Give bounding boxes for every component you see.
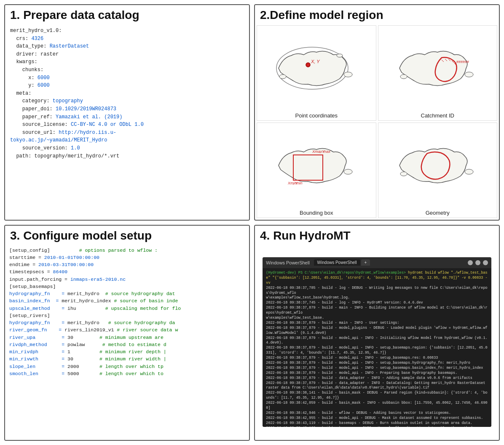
config-line: rivdph_method = powlaw # method to estim… [9, 341, 245, 348]
terminal-line: 2022-06-18 09:38:42,946 - build - wflow … [266, 411, 488, 416]
config-line: upscale_method = ihu # upscaling method … [9, 305, 245, 312]
svg-text:######: ###### [456, 60, 469, 64]
config-line: starttime = 2010-01-01T00:00:00 [9, 254, 245, 261]
close-btn[interactable] [483, 260, 488, 265]
bounding-box-svg: X min , Y min X max , Y max [270, 132, 363, 199]
terminal-line: 2022-06-18 09:38:37,879 - build - model_… [266, 361, 488, 366]
terminal-titlebar: Windows PowerShell Windows PowerShell + [263, 257, 491, 268]
bounding-box-caption: Bounding box [257, 208, 376, 218]
terminal-line: 2022-06-18 09:38:38,141 - build - basin_… [266, 391, 488, 401]
code-line: chunks: [10, 66, 244, 74]
code-line: merit_hydro_v1.0: [10, 27, 244, 35]
catchment-id-svg-container: ###### [378, 26, 497, 111]
terminal-line: 2022-06-18 09:38:37,879 - build - data_a… [266, 381, 488, 391]
panel2-title: 2.Define model region [255, 5, 499, 24]
terminal-body: (Hydromet-dev) PS C:\Users\eilan_dk\repo… [263, 268, 491, 427]
config-line: input.path_forcing = inmaps-era5-2010.nc [9, 276, 245, 283]
panel1-content: merit_hydro_v1.0: crs: 4326 data_type: R… [5, 24, 249, 220]
panel2-content: X, Y Point coordinates [255, 24, 499, 220]
terminal-tab-plus[interactable]: + [361, 259, 370, 266]
config-line: smooth_len = 5000 # length over which to [9, 370, 245, 377]
panel-define-region: 2.Define model region [254, 4, 500, 221]
code-line: y: 6000 [10, 82, 244, 90]
code-line: paper_ref: Yamazaki et al. (2019) [10, 113, 244, 121]
catchment-id-svg: ###### [391, 35, 484, 102]
bounding-box-cell: X min , Y min X max , Y max Bounding b [257, 123, 376, 218]
code-line: driver: raster [10, 51, 244, 59]
panel-configure-setup: 3. Configure model setup [setup_config] … [4, 225, 250, 441]
geometry-svg-container [378, 123, 497, 208]
svg-point-24 [465, 169, 473, 174]
code-line: x: 6000 [10, 74, 244, 82]
terminal-tab-active[interactable]: Windows PowerShell [314, 259, 360, 266]
terminal-line: w\examples\wflow_test_base\hydromt.log. [266, 296, 488, 301]
panel4-title: 4. Run HydroMT [255, 226, 499, 244]
terminal-line: 2022-06-18 09:38:37,879 - build - model_… [266, 326, 488, 336]
terminal-line: 2022-06-18 09:38:37,879 - build - main -… [266, 321, 488, 326]
config-line: [setup_basemaps] [9, 283, 245, 290]
svg-point-3 [337, 54, 343, 57]
geometry-cell: Geometry [378, 123, 498, 218]
svg-point-13 [465, 72, 473, 77]
terminal-line: 2022-06-18 09:38:43,169 - build - basema… [266, 426, 488, 427]
svg-text:min: min [296, 181, 303, 185]
config-line: min_rivdph = 1 # minimum river depth | [9, 348, 245, 355]
config-line: hydrography_fn = merit_hydro # source hy… [9, 290, 245, 297]
config-line: river_geom_fn = rivers_lin2019_v1 # rive… [9, 326, 245, 333]
terminal-title-text: Windows PowerShell [266, 260, 309, 265]
config-code-block: [setup_config] # options parsed to wflow… [5, 244, 249, 440]
panel3-content: [setup_config] # options parsed to wflow… [5, 244, 249, 440]
terminal-line: 2022-06-18 09:38:42,059 - build - basin_… [266, 401, 488, 411]
svg-text:max: max [323, 149, 331, 154]
code-line: source_license: CC-BY-NC 4.0 or ODbL 1.0 [10, 121, 244, 129]
config-line: slope_len = 2000 # length over which tp [9, 363, 245, 370]
terminal-controls [468, 260, 488, 265]
code-line: kwargs: [10, 58, 244, 66]
panel4-content: Windows PowerShell Windows PowerShell + … [255, 244, 499, 440]
terminal-line: 2022-06-18 09:38:37,879 - build - model_… [266, 356, 488, 361]
code-line: category: topography [10, 97, 244, 105]
svg-point-2 [344, 72, 352, 77]
config-line: hydrography_fn = merit_hydro # source hy… [9, 319, 245, 326]
point-coords-svg-container: X, Y [257, 26, 376, 111]
config-line: river_upa = 30 # minimum upstream are [9, 334, 245, 341]
code-line: crs: 4326 [10, 35, 244, 43]
catchment-id-caption: Catchment ID [378, 111, 497, 120]
panel1-title: 1. Prepare data catalog [5, 5, 249, 24]
svg-point-1 [279, 75, 286, 79]
code-block-1: merit_hydro_v1.0: crs: 4326 data_type: R… [5, 24, 249, 220]
terminal-line: 2022-06-18 09:38:37,785 - build - log - … [266, 286, 488, 296]
terminal-window: Windows PowerShell Windows PowerShell + … [263, 257, 491, 427]
svg-text:X, Y: X, Y [311, 59, 320, 64]
geometry-caption: Geometry [378, 208, 497, 218]
code-line: meta: [10, 90, 244, 98]
svg-point-23 [344, 169, 352, 174]
minimize-btn[interactable] [468, 260, 473, 265]
terminal-line: 2022-06-18 09:38:42,955 - build - model_… [266, 416, 488, 421]
geometry-svg [391, 132, 484, 199]
terminal-line: 2022-06-18 09:38:37,879 - build - model_… [266, 336, 488, 346]
point-coords-caption: Point coordinates [257, 111, 376, 120]
code-line: tokyo.ac.jp/~yamadai/MERIT_Hydro [10, 136, 244, 144]
code-line: data_type: RasterDataset [10, 43, 244, 51]
config-line: basin_index_fn = merit_hydro_index # sou… [9, 297, 245, 304]
code-line: paper_doi: 10.1029/2019WR024873 [10, 105, 244, 113]
terminal-area: Windows PowerShell Windows PowerShell + … [255, 244, 499, 440]
terminal-line: 2022-06-18 09:38:37,879 - build - model_… [266, 371, 488, 376]
panel-prepare-data: 1. Prepare data catalog merit_hydro_v1.0… [4, 4, 250, 221]
panel3-title: 3. Configure model setup [5, 226, 249, 244]
terminal-tabs: Windows PowerShell + [314, 259, 370, 266]
terminal-line: 2022-06-18 09:38:37,879 - build - data_a… [266, 376, 488, 381]
terminal-line: 2022-06-18 09:38:43,119 - build - basema… [266, 421, 488, 426]
bounding-box-svg-container: X min , Y min X max , Y max [257, 123, 376, 208]
terminal-line: (Hydromet-dev) PS C:\Users\eilan_dk\repo… [266, 271, 488, 286]
config-line: endtime = 2010-03-31T00:00:00 [9, 261, 245, 268]
maximize-btn[interactable] [475, 260, 480, 265]
terminal-line: 2022-06-18 09:38:37,879 - build - model_… [266, 366, 488, 371]
config-line: min_rivwth = 30 # minimum river width | [9, 355, 245, 362]
config-line: [setup_config] # options parsed to wflow… [9, 247, 245, 254]
point-coords-cell: X, Y Point coordinates [257, 25, 376, 121]
svg-point-4 [306, 63, 310, 67]
code-line: path: topography/merit_hydro/*.vrt [10, 152, 244, 160]
point-coords-svg: X, Y [270, 35, 363, 102]
